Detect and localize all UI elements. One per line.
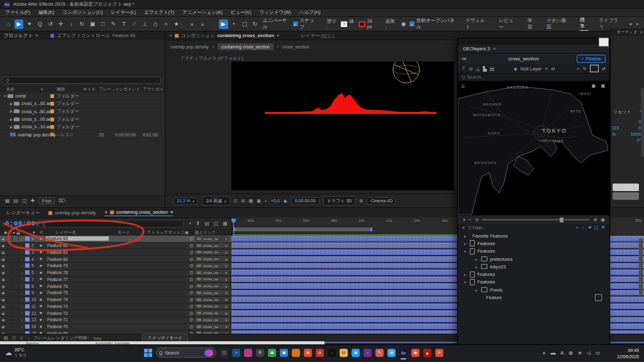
col-parent-link[interactable]: 親とリンク xyxy=(195,230,216,236)
twirl-icon[interactable]: › xyxy=(19,237,25,241)
twirl-icon[interactable]: › xyxy=(19,244,25,248)
parent-link-select[interactable]: 88. cross_se ∨ xyxy=(195,250,230,255)
eye-icon[interactable]: ◉ xyxy=(0,263,6,268)
timeline-toggle-icon[interactable]: ⬆ xyxy=(196,221,201,227)
feature-tree-row[interactable]: Feature xyxy=(458,293,609,301)
null-layer-select[interactable]: Null Layer xyxy=(521,66,542,72)
taskbar-app-icon[interactable]: Ae xyxy=(399,349,408,357)
solo-lock-toggle[interactable] xyxy=(13,317,19,322)
solo-lock-toggle[interactable] xyxy=(13,304,19,309)
feature-tree-row[interactable]: ▸ tokyo23 xyxy=(458,263,609,270)
timeline-toggle-icon[interactable]: ◫ xyxy=(214,221,219,227)
renderer-button[interactable]: Cinema 4D xyxy=(367,197,396,205)
twirl-icon[interactable]: › xyxy=(19,271,25,275)
solo-lock-toggle[interactable] xyxy=(13,290,19,295)
composition-viewer[interactable] xyxy=(231,62,454,190)
twirl-icon[interactable]: › xyxy=(19,304,25,308)
geo-tool-icon[interactable]: ⊤ xyxy=(462,66,466,72)
eye-icon[interactable]: ◉ xyxy=(0,277,6,282)
timeline-bottom-icon[interactable]: ⟨⟩ xyxy=(19,336,23,341)
props-scrollbar[interactable] xyxy=(641,88,644,157)
project-bottom-icon[interactable]: ▤ xyxy=(14,198,19,204)
parent-link-select[interactable]: 88. cross_se ∨ xyxy=(195,283,230,288)
fill-swatch[interactable]: ? xyxy=(341,21,348,27)
layer-label-swatch[interactable] xyxy=(25,317,30,322)
add-feature-icon[interactable]: + xyxy=(462,226,465,230)
tab-render-queue[interactable]: レンダーキュー xyxy=(6,210,40,216)
parent-link-select[interactable]: 88. cross_se ∨ xyxy=(195,277,230,282)
parent-link-select[interactable]: 88. cross_se ∨ xyxy=(195,290,230,295)
viewer-timecode[interactable]: 0:00:00:00 xyxy=(291,197,319,205)
stroke-width[interactable]: 20 px xyxy=(367,18,379,30)
crumb-item[interactable]: overlap pop density xyxy=(170,45,209,49)
eye-icon[interactable]: ◉ xyxy=(0,284,6,288)
audio-toggle[interactable] xyxy=(6,277,13,282)
twirl-icon[interactable]: › xyxy=(19,318,25,322)
zoom-in-icon[interactable]: ⊕ xyxy=(593,217,597,222)
layer-name[interactable]: Feature 76 xyxy=(46,284,109,288)
weather-widget[interactable]: ☁ 25°C くもり xyxy=(5,348,27,358)
feature-tree-row[interactable]: ▸ Points xyxy=(458,286,609,293)
menu-item[interactable]: アニメーション(A) xyxy=(182,9,223,16)
project-bottom-icon[interactable]: ▦ xyxy=(5,198,10,204)
workspace-menu-icon[interactable]: ≡ xyxy=(630,21,632,27)
timeline-bottom-icon[interactable]: ◔ xyxy=(27,336,30,341)
gizmo-mode-button[interactable]: ◌ xyxy=(208,19,218,29)
tab-layer[interactable]: レイヤー (なし) xyxy=(301,33,334,39)
pickwhip-icon[interactable]: @ xyxy=(189,236,194,241)
timeline-bottom-icon[interactable]: ◫ xyxy=(12,336,16,341)
col-number[interactable]: # xyxy=(40,230,43,234)
menu-item[interactable]: ファイル(F) xyxy=(5,9,30,16)
tool-button[interactable]: ⌂ xyxy=(4,19,13,29)
audio-toggle[interactable] xyxy=(6,236,13,241)
label-swatch[interactable] xyxy=(50,109,54,113)
tool-button[interactable]: ↻ xyxy=(77,19,87,29)
eye-icon[interactable]: ◉ xyxy=(0,236,6,241)
eye-icon[interactable]: ◉ xyxy=(0,243,6,248)
parent-link-select[interactable]: 88. cross_se ∨ xyxy=(195,324,230,329)
tree-arrow-icon[interactable]: ▾ xyxy=(463,280,467,284)
audio-toggle[interactable] xyxy=(6,243,13,248)
eye-icon[interactable]: ◉ xyxy=(0,311,6,315)
workspace-tab[interactable]: 標準 xyxy=(580,17,589,31)
eye-icon[interactable]: ◉ xyxy=(0,257,6,261)
tree-arrow-icon[interactable]: ▸ xyxy=(474,288,479,292)
layer-label-swatch[interactable] xyxy=(25,304,30,309)
tool-button[interactable]: ↺ xyxy=(46,19,55,29)
layer-name[interactable]: Feature 72 xyxy=(46,311,109,315)
timeline-toggle-icon[interactable]: ▤ xyxy=(204,221,209,227)
info-icon[interactable]: ◉ xyxy=(601,217,605,222)
taskbar-app-icon[interactable]: ▤ xyxy=(340,349,348,357)
map-image-icon[interactable]: ▦ xyxy=(601,84,605,89)
layer-name[interactable]: Feature 75 xyxy=(46,290,109,295)
gizmo-tool-button[interactable]: ↻ xyxy=(250,19,260,29)
layer-name[interactable]: Feature 70 xyxy=(46,324,109,329)
crumb-item-current[interactable]: containing cross_section xyxy=(218,43,274,50)
pickwhip-icon[interactable]: @ xyxy=(189,290,194,295)
tree-arrow-icon[interactable]: ▸ xyxy=(463,234,467,238)
audio-toggle[interactable] xyxy=(6,317,13,322)
label-swatch[interactable] xyxy=(50,102,54,106)
project-row[interactable]: ▼ comp フォルダー xyxy=(0,92,165,100)
feature-checkbox[interactable] xyxy=(595,294,602,301)
geo-tool-icon[interactable]: ◎ xyxy=(469,66,474,72)
filter-option-icon[interactable]: • xyxy=(576,225,577,231)
resolution-select[interactable]: 1/4 画質∨ xyxy=(202,196,230,206)
layer-name[interactable]: Feature 79 xyxy=(46,263,109,268)
timeline-search-input[interactable]: Q xyxy=(39,220,184,228)
tab-overlap-pop-density[interactable]: overlap pop density xyxy=(48,210,96,216)
comp-tab-close-icon[interactable]: × xyxy=(169,33,172,38)
workspace-tab[interactable]: 学習 xyxy=(528,18,537,31)
audio-toggle[interactable] xyxy=(6,324,13,329)
comp-panel-menu-icon[interactable]: ≡ xyxy=(277,33,279,38)
tree-arrow-icon[interactable]: ▸ xyxy=(463,272,467,277)
col-type[interactable]: 種類 xyxy=(57,87,65,92)
layer-name[interactable]: Feature 71 xyxy=(46,317,109,322)
audio-toggle[interactable] xyxy=(6,263,13,268)
feature-tree-row[interactable]: ▸ Favorite Features xyxy=(458,232,609,239)
layer-name[interactable]: Feature 77 xyxy=(46,277,109,282)
crumb-item[interactable]: cross_section xyxy=(282,45,309,49)
bit-depth-button[interactable]: 8 bpc xyxy=(38,197,55,204)
taskbar-app-icon[interactable]: ▤ xyxy=(387,349,396,357)
layer-label-swatch[interactable] xyxy=(25,277,30,282)
